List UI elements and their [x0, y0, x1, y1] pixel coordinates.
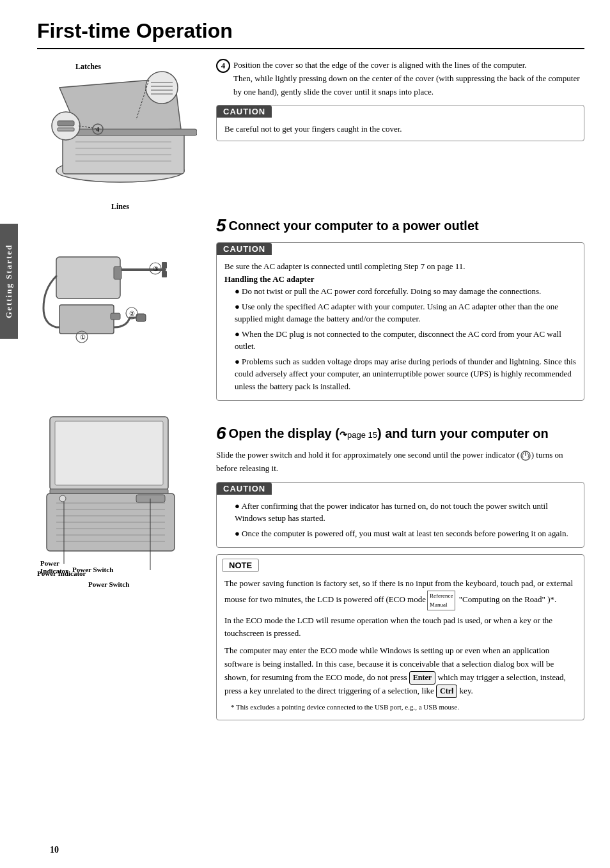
svg-rect-34 — [55, 421, 163, 485]
page-number: 10 — [50, 845, 59, 855]
caution-power-item-1: Do not twist or pull the AC power cord f… — [235, 285, 576, 298]
step6-num: 6 — [216, 423, 226, 444]
svg-text:4: 4 — [96, 126, 99, 133]
step4-text2: Then, while lightly pressing down on the… — [233, 74, 580, 97]
svg-rect-6 — [59, 129, 197, 136]
caution-power-bold: Handling the AC adapter — [224, 273, 576, 286]
step5-header: 5 Connect your computer to a power outle… — [216, 215, 584, 236]
step6-body: Slide the power switch and hold it for a… — [216, 449, 584, 476]
svg-rect-29 — [111, 313, 120, 320]
caution-label-display: CAUTION — [217, 483, 272, 495]
svg-rect-32 — [114, 267, 121, 279]
svg-rect-17 — [58, 128, 74, 131]
step5-num: 5 — [216, 215, 226, 236]
caution-display-list: After confirming that the power indicato… — [224, 500, 576, 540]
caution-power-list: Do not twist or pull the AC power cord f… — [224, 285, 576, 392]
caution-box-display: CAUTION After confirming that the power … — [216, 482, 584, 548]
caution-box-cover: CAUTION Be careful not to get your finge… — [216, 105, 584, 141]
caution-power-item-4: Problems such as sudden voltage drops ma… — [235, 355, 576, 393]
diagram-laptop-open: Power Indicator Power Switch Power Indic… — [37, 414, 203, 727]
step6-heading: Open the display (↷page 15) and turn you… — [229, 426, 549, 441]
caution-label-cover: CAUTION — [217, 105, 272, 118]
step4-circle: 4 — [216, 59, 230, 73]
caution-box-power: CAUTION Be sure the AC adapter is connec… — [216, 242, 584, 401]
ctrl-key: Ctrl — [436, 685, 457, 698]
svg-rect-19 — [56, 257, 120, 298]
adapter-svg: ③ ② ① — [37, 206, 191, 346]
step5-heading: Connect your computer to a power outlet — [229, 219, 479, 233]
caution-power-item-3: When the DC plug is not connected to the… — [235, 328, 576, 353]
diagram-power-adapter: ③ ② ① — [37, 206, 203, 407]
caution-display-item-1: After confirming that the power indicato… — [235, 500, 576, 525]
note-para2: In the ECO mode the LCD will resume oper… — [224, 614, 576, 641]
note-para3: The computer may enter the ECO mode whil… — [224, 644, 576, 698]
note-box: NOTE The power saving function is factor… — [216, 554, 584, 720]
svg-text:Power: Power — [40, 559, 59, 567]
caution-power-intro: Be sure the AC adapter is connected unti… — [224, 260, 576, 273]
power-indicator-label: Power Indicator — [37, 570, 86, 577]
enter-key: Enter — [409, 671, 435, 685]
svg-rect-23 — [136, 314, 146, 322]
diagram-cover: Latches — [37, 59, 203, 193]
latches-label: Latches — [75, 62, 101, 72]
svg-text:①: ① — [80, 334, 86, 341]
svg-rect-21 — [162, 262, 167, 268]
svg-text:②: ② — [129, 310, 135, 317]
svg-point-45 — [59, 495, 66, 502]
footnote: * This excludes a pointing device connec… — [224, 702, 576, 713]
note-label: NOTE — [222, 559, 259, 572]
laptop-cover-diagram: 4 — [43, 68, 197, 196]
svg-rect-28 — [59, 305, 114, 334]
svg-point-9 — [146, 72, 178, 104]
step4-text1: Position the cover so that the edge of t… — [233, 60, 527, 70]
laptop-open-svg: Power Indicator Power Switch — [37, 414, 191, 577]
power-switch-label: Power Switch — [88, 580, 129, 588]
caution-cover-text: Be careful not to get your fingers caugh… — [224, 124, 402, 134]
note-para1: The power saving function is factory set… — [224, 577, 576, 610]
step6-header: 6 Open the display (↷page 15) and turn y… — [216, 423, 584, 444]
lines-label: Lines — [37, 202, 203, 212]
svg-rect-22 — [162, 271, 167, 277]
caution-display-item-2: Once the computer is powered off, you mu… — [235, 527, 576, 540]
svg-text:③: ③ — [153, 265, 159, 272]
page-title: First-time Operation — [37, 19, 584, 49]
svg-rect-16 — [58, 121, 74, 126]
side-tab-getting-started: Getting Started — [0, 224, 18, 339]
svg-rect-1 — [63, 132, 184, 174]
caution-power-item-2: Use only the specified AC adapter with y… — [235, 300, 576, 325]
caution-label-power: CAUTION — [217, 243, 272, 255]
